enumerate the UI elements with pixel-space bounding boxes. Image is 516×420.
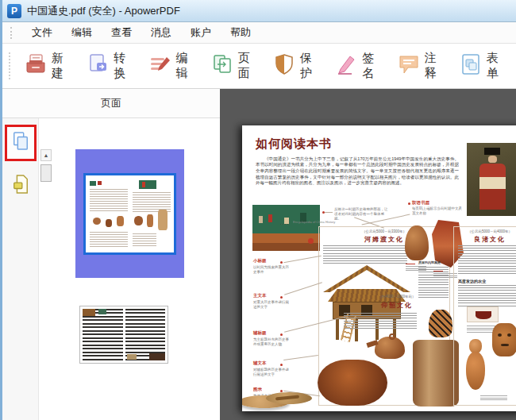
menu-view[interactable]: 查看 (102, 22, 141, 43)
thumbnail-list: ▲ (39, 118, 220, 420)
tool-label: 表单 (487, 51, 506, 81)
panel-icon-strip (2, 118, 39, 420)
pages-button[interactable]: 页面 (206, 48, 262, 84)
protect-button[interactable]: 保护 (268, 48, 324, 84)
tool-label: 注释 (425, 51, 444, 81)
menu-drag-handle-icon[interactable] (10, 27, 13, 39)
pages-icon (210, 52, 234, 79)
scrollbar-thumb[interactable] (40, 164, 52, 182)
running-head-text: Encyclopedia of China History (293, 220, 335, 224)
subtitle-note: 以时间为线索的重大历史事件 (253, 265, 291, 274)
sign-button[interactable]: 签名 (329, 48, 386, 84)
section-3-text (458, 245, 516, 276)
edit-icon (148, 52, 171, 79)
scrollbar-up-icon[interactable]: ▲ (40, 149, 52, 161)
page-thumbnails-icon[interactable] (12, 141, 29, 154)
thumb-right-page (131, 178, 172, 250)
thumbnail-page-2[interactable] (79, 306, 168, 364)
farming-text (458, 285, 516, 307)
pdf-page[interactable]: 如何阅读本书 《中国通史》一书共分为上中下三卷，记叙了从170万年前至公元194… (242, 125, 516, 411)
menu-message[interactable]: 消息 (141, 22, 181, 43)
form-button[interactable]: 表单 (454, 48, 510, 84)
convert-button[interactable]: 转换 (81, 48, 137, 84)
clay-head-image (492, 323, 516, 356)
thumbnail-selection (75, 149, 184, 278)
apowerpdf-window: P 中国通史.pdf (安全) - ApowerPDF 文件 编辑 查看 消息 … (0, 0, 516, 420)
edit-button[interactable]: 编辑 (143, 48, 199, 84)
menu-edit[interactable]: 编辑 (62, 22, 102, 43)
tool-label: 新建 (52, 51, 71, 81)
main-toolbar: 新建 转换 编辑 页面 (2, 44, 516, 89)
section-2-date: （约4000～2000年前） (345, 294, 449, 299)
figurine-bust-image (463, 339, 490, 391)
menu-file[interactable]: 文件 (22, 22, 62, 43)
emperor-painting (467, 143, 516, 216)
sub-heading-label: 辅标题 (253, 329, 285, 336)
bilingual-header-label: 双语书眉 (412, 199, 460, 206)
thumb-left-page (88, 178, 129, 250)
teapot-vessel-image (365, 333, 413, 360)
convert-icon (86, 52, 110, 79)
bilingual-header-note: 每页码上端标示当前时期中文及英文名称 (412, 206, 464, 215)
sub-heading-note: 为主标题补充的历史事件或重要历史人物 (253, 337, 291, 346)
overview-callout: 反映这一时期历史概貌的图画，让读者对此时期内容有一个整体感观。 (334, 207, 390, 221)
subtitle-label: 小标题 (253, 257, 285, 264)
section-3-date: （公元前5000～前4000年） (455, 229, 516, 234)
tool-label: 保护 (300, 51, 319, 81)
thumbnail-page-1[interactable] (83, 173, 176, 255)
sub-text-note: 对辅标题的历史事件进行阐述的文字 (253, 368, 291, 376)
signature-pen-icon (334, 52, 358, 79)
menu-account[interactable]: 账户 (181, 22, 221, 43)
highlight-annotation (5, 125, 37, 161)
main-text-label: 主文本 (253, 292, 285, 299)
tool-label: 编辑 (175, 51, 194, 81)
comment-bubble-icon (397, 52, 421, 79)
comment-button[interactable]: 注释 (392, 48, 449, 84)
new-button[interactable]: 新建 (19, 48, 75, 84)
title-bar: P 中国通史.pdf (安全) - ApowerPDF (2, 0, 516, 22)
menu-bar: 文件 编辑 查看 消息 账户 帮助 (2, 22, 516, 44)
sub-text-label: 辅文本 (253, 360, 285, 366)
section-1-title: 河姆渡文化 (318, 235, 450, 244)
menu-help[interactable]: 帮助 (221, 22, 260, 43)
form-icon (459, 52, 483, 79)
pages-panel: 页面 (2, 89, 220, 420)
document-canvas: 如何阅读本书 《中国通史》一书共分为上中下三卷，记叙了从170万年前至公元194… (220, 89, 516, 420)
toolbar-drag-handle-icon[interactable] (9, 52, 11, 79)
window-title: 中国通史.pdf (安全) - ApowerPDF (27, 4, 180, 18)
page-title: 如何阅读本书 (256, 137, 332, 152)
period-overview-painting (252, 205, 320, 251)
tool-label: 页面 (238, 51, 257, 81)
section-2-title: 仰韶文化 (345, 301, 449, 310)
section-1-text (323, 245, 407, 264)
painted-pot-image (429, 310, 452, 337)
pottery-jar-image (405, 225, 429, 260)
bookmark-export-icon[interactable] (12, 174, 29, 198)
wooden-platter-image (242, 391, 314, 411)
section-1-date: （公元前5000～前3300年） (318, 229, 450, 234)
main-text-note: 对重大历史事件进行阐述的文字 (253, 300, 291, 309)
intro-paragraph: 《中国通史》一书共分为上中下三卷，记叙了从170万年前至公元1949年中国发生的… (256, 156, 459, 186)
section-2-text (344, 313, 417, 330)
tall-vessel-image (413, 340, 459, 407)
panel-title: 页面 (2, 89, 220, 118)
wooden-basin-image (318, 360, 387, 406)
tool-label: 转换 (114, 51, 133, 81)
protect-shield-icon (272, 52, 296, 79)
app-logo-icon: P (7, 4, 21, 18)
farming-subhead: 高度发达的农业 (458, 279, 516, 284)
section-3-title: 良渚文化 (455, 235, 516, 244)
new-document-icon (24, 52, 48, 79)
tool-label: 签名 (362, 51, 381, 81)
